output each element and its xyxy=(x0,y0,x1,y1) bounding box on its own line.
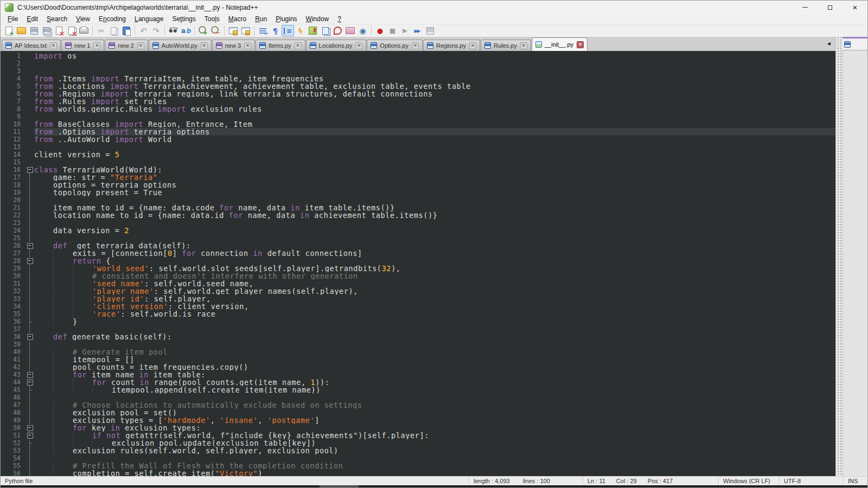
tab-scroll-left-icon[interactable]: ◀ xyxy=(827,41,831,46)
tab-locations-py[interactable]: Locations.py✕ xyxy=(306,40,367,51)
folder-workspace-icon[interactable] xyxy=(344,25,356,36)
menu-file[interactable]: File xyxy=(3,15,22,23)
close-tab-icon[interactable]: ✕ xyxy=(244,42,251,49)
close-tab-icon[interactable]: ✕ xyxy=(50,42,57,49)
code-line[interactable]: 13 xyxy=(1,143,858,151)
view-splitter[interactable] xyxy=(835,37,843,476)
zoom-in-icon[interactable] xyxy=(197,25,209,36)
close-tab-icon[interactable]: ✕ xyxy=(355,42,362,49)
save-icon[interactable] xyxy=(28,25,40,36)
code-line[interactable]: 50 for key in exclusion_types: xyxy=(1,424,858,432)
minimize-button[interactable] xyxy=(793,1,818,14)
code-line[interactable]: 24 data_version = 2 xyxy=(1,227,858,234)
close-button[interactable]: × xyxy=(843,1,867,14)
code-line[interactable]: 34 'client_version': client_version, xyxy=(1,303,858,310)
replace-icon[interactable] xyxy=(180,25,192,36)
fold-toggle-icon[interactable] xyxy=(25,333,34,341)
restore-button[interactable] xyxy=(818,1,843,14)
open-file-icon[interactable] xyxy=(15,25,28,36)
code-line[interactable]: 46 xyxy=(1,394,858,401)
fold-toggle-icon[interactable] xyxy=(25,371,34,378)
close-tab-icon[interactable]: ✕ xyxy=(201,42,208,49)
sync-horizontal-icon[interactable] xyxy=(239,25,252,36)
menu-settings[interactable]: Settings xyxy=(168,15,200,23)
code-line[interactable]: 7from .Rules import set_rules xyxy=(1,98,858,105)
code-line[interactable]: 55 # Prefill the Wall of Flesh with the … xyxy=(1,462,858,470)
code-line[interactable]: 1import os xyxy=(1,52,858,60)
indent-guide-icon[interactable] xyxy=(282,25,294,36)
code-line[interactable]: 53 exclusion_rules(self.world, self.play… xyxy=(1,447,858,454)
close-all-icon[interactable] xyxy=(65,25,78,36)
code-line[interactable]: 49 exclusion_types = ['hardmode', 'insan… xyxy=(1,416,858,424)
code-line[interactable]: 54 xyxy=(1,454,858,462)
tab-autoworld-py[interactable]: AutoWorld.py✕ xyxy=(149,40,212,51)
code-line[interactable]: 2 xyxy=(1,60,858,67)
tab-options-py[interactable]: Options.py✕ xyxy=(367,40,423,51)
second-view-tab[interactable] xyxy=(843,37,867,50)
code-line[interactable]: 19 topology_present = True xyxy=(1,189,858,196)
code-line[interactable]: 32 'player_name': self.world.get_player_… xyxy=(1,287,858,295)
menu-plugins[interactable]: Plugins xyxy=(271,15,301,23)
status-eol-format[interactable]: Windows (CR LF) xyxy=(718,477,779,485)
tab-rules-py[interactable]: Rules.py✕ xyxy=(481,40,531,51)
paste-icon[interactable] xyxy=(120,25,132,36)
menu-view[interactable]: View xyxy=(72,15,94,23)
menu-run[interactable]: Run xyxy=(251,15,271,23)
tab-items-py[interactable]: Items.py✕ xyxy=(256,40,305,51)
fold-toggle-icon[interactable] xyxy=(25,432,34,439)
code-area[interactable]: 1import os234from .Items import Terraria… xyxy=(1,51,858,476)
code-line[interactable]: 14client_version = 5 xyxy=(1,151,858,158)
code-line[interactable]: 40 # Generate item pool xyxy=(1,348,858,356)
code-line[interactable]: 3 xyxy=(1,67,858,75)
code-line[interactable]: 35 'race': self.world.is_race xyxy=(1,310,858,318)
undo-icon[interactable] xyxy=(137,25,150,36)
close-tab-icon[interactable]: ✕ xyxy=(93,42,100,49)
code-line[interactable]: 36 } xyxy=(1,318,858,325)
code-line[interactable]: 31 'seed_name': self.world.seed_name, xyxy=(1,280,858,287)
fold-toggle-icon[interactable] xyxy=(25,242,34,249)
code-line[interactable]: 21 item_name_to_id = {name: data.code fo… xyxy=(1,204,858,211)
code-line[interactable]: 39 xyxy=(1,341,858,348)
code-line[interactable]: 20 xyxy=(1,196,858,204)
code-line[interactable]: 30 # consistent and doesn't interfere wi… xyxy=(1,272,858,280)
menu-language[interactable]: Language xyxy=(130,15,168,23)
code-line[interactable]: 51 if not getattr(self.world, f"include_… xyxy=(1,432,858,439)
code-line[interactable]: 6from .Regions import terraria_regions, … xyxy=(1,90,858,98)
code-line[interactable]: 9 xyxy=(1,113,858,120)
menu-search[interactable]: Search xyxy=(42,15,72,23)
save-macro-icon[interactable] xyxy=(424,25,436,36)
code-line[interactable]: 17 game: str = "Terraria" xyxy=(1,174,858,181)
close-tab-icon[interactable]: ✕ xyxy=(412,42,419,49)
save-all-icon[interactable] xyxy=(40,25,53,36)
menu-edit[interactable]: Edit xyxy=(22,15,42,23)
code-line[interactable]: 28 return { xyxy=(1,257,858,265)
menu-window[interactable]: Window xyxy=(302,15,334,23)
code-line[interactable]: 25 xyxy=(1,234,858,242)
tab-new-1[interactable]: new 1✕ xyxy=(61,40,104,51)
document-list-icon[interactable] xyxy=(319,25,331,36)
code-line[interactable]: 37 xyxy=(1,325,858,333)
word-wrap-icon[interactable] xyxy=(257,25,269,36)
cut-icon[interactable] xyxy=(95,25,107,36)
code-line[interactable]: 22 location_name_to_id = {name: data.id … xyxy=(1,211,858,219)
tab-regions-py[interactable]: Regions.py✕ xyxy=(423,40,480,51)
code-line[interactable]: 45 itempool.append(self.create_item(item… xyxy=(1,386,858,394)
code-line[interactable]: 8from worlds.generic.Rules import exclus… xyxy=(1,105,858,113)
close-tab-icon[interactable]: ✕ xyxy=(577,41,584,48)
code-line[interactable]: 56 completion = self.create_item("Victor… xyxy=(1,470,858,476)
record-macro-icon[interactable] xyxy=(374,25,386,36)
close-tab-icon[interactable]: ✕ xyxy=(520,42,527,49)
code-line[interactable]: 10from BaseClasses import Region, Entran… xyxy=(1,120,858,128)
tab-ap-ideas-txt[interactable]: AP Ideas.txt✕ xyxy=(2,40,61,51)
menu-help[interactable]: ? xyxy=(333,15,346,23)
code-line[interactable]: 27 exits = [connection[0] for connection… xyxy=(1,249,858,257)
code-line[interactable]: 42 pool_counts = item_frequencies.copy() xyxy=(1,363,858,371)
code-line[interactable]: 33 'player_id': self.player, xyxy=(1,295,858,303)
code-line[interactable]: 43 for item_name in item_table: xyxy=(1,371,858,378)
code-line[interactable]: 38 def generate_basic(self): xyxy=(1,333,858,341)
redo-icon[interactable] xyxy=(150,25,162,36)
tab-new-3[interactable]: new 3✕ xyxy=(212,40,255,51)
sync-vertical-icon[interactable] xyxy=(227,25,239,36)
code-line[interactable]: 48 exclusion_pool = set() xyxy=(1,409,858,416)
tab--init-py[interactable]: __init__.py✕ xyxy=(532,37,588,51)
